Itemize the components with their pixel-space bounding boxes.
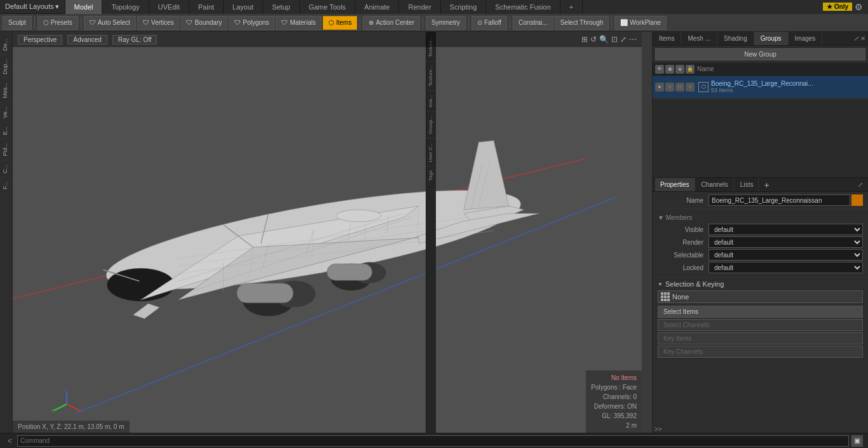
locked-label: Locked [658,264,709,271]
eye-icon[interactable]: 👁 [655,65,664,74]
vertices-button[interactable]: 🛡 Vertices [137,16,180,30]
presets-button[interactable]: ⬡ Presets [37,16,78,30]
name-action-button[interactable] [851,194,863,206]
tab-render[interactable]: Render [399,0,440,14]
render-select[interactable]: default [709,236,863,248]
panel-expand-button[interactable]: >> [653,426,663,433]
constraints-button[interactable]: Constrai... [513,16,553,30]
tab-shading[interactable]: Shading [717,32,754,45]
settings-icon[interactable]: ⚙ [855,2,863,12]
group-tab[interactable]: Group... [426,111,436,138]
cmd-send-button[interactable]: ▣ [851,435,863,447]
ima-tab[interactable]: Ima... [426,90,436,111]
only-badge[interactable]: ★ Only [823,3,852,11]
cmd-left-arrow[interactable]: < [5,437,15,445]
lock-icon[interactable]: 🔒 [686,65,695,74]
sidebar-tab-c[interactable]: C... [0,160,12,177]
action-center-button[interactable]: ⊕ Action Center [363,16,420,30]
tab-setup[interactable]: Setup [263,0,300,14]
viewport-expand-icon[interactable]: ⤢ [620,35,627,44]
viewport-rotate-icon[interactable]: ↺ [590,35,597,44]
separator [611,17,612,29]
tab-layout[interactable]: Layout [224,0,263,14]
prop-tab-lists[interactable]: Lists [735,178,759,191]
boundary-button[interactable]: 🛡 Boundary [180,16,227,30]
key-channels-button[interactable]: Key Channels [658,346,863,358]
visible-row: Visible default [658,224,863,235]
group-eye-icon[interactable]: ● [655,83,664,92]
materials-button[interactable]: 🛡 Materials [276,16,322,30]
select-channels-button[interactable]: Select Channels [658,319,863,331]
user-c-tab[interactable]: User C... [426,138,436,166]
sidebar-tab-e[interactable]: E... [0,122,12,139]
tab-scripting[interactable]: Scripting [441,0,487,14]
tab-gametools[interactable]: Game Tools [300,0,356,14]
sidebar-tab-pol[interactable]: Pol... [0,139,12,160]
sidebar-tab-f[interactable]: F... [0,177,12,193]
render-icon[interactable]: ◉ [665,65,674,74]
tab-topology[interactable]: Topology [102,0,149,14]
tab-images[interactable]: Images [789,32,823,45]
sidebar-tab-ve[interactable]: Ve... [0,102,12,122]
command-input[interactable] [17,435,849,447]
sidebar-tab-dup[interactable]: Dup... [0,55,12,78]
tab-groups[interactable]: Groups [754,32,789,45]
sculpt-button[interactable]: Sculpt [3,16,32,30]
selection-keying-label: Selection & Keying [665,280,724,288]
svg-rect-25 [327,264,372,280]
selection-keying-header[interactable]: ▼ Selection & Keying [658,280,863,288]
texture-tab-2[interactable]: Texture... [426,61,436,90]
tab-items[interactable]: Items [653,32,681,45]
prop-tab-properties[interactable]: Properties [655,178,695,191]
expand-icon[interactable]: ⤢ [854,35,859,42]
perspective-button[interactable]: Perspective [18,35,62,44]
scale-status: 2 m [591,421,637,430]
polygons-icon: 🛡 [234,19,241,26]
tab-paint[interactable]: Paint [189,0,224,14]
viewport-lock-icon[interactable]: ⊞ [581,35,588,44]
tags-tab[interactable]: Tags [426,166,436,185]
name-input[interactable] [709,194,850,206]
group-sel-icon[interactable]: □ [675,83,684,92]
add-prop-tab-button[interactable]: + [760,180,773,190]
polygons-button[interactable]: 🛡 Polygons [229,16,275,30]
close-icon[interactable]: ✕ [860,35,865,42]
group-item[interactable]: ● ○ □ ○ ⬡ Boeing_RC_135_Large_Reconnai..… [653,76,868,98]
prop-tab-channels[interactable]: Channels [696,178,734,191]
tab-add[interactable]: + [560,0,583,14]
select-through-button[interactable]: Select Through [555,16,609,30]
falloff-button[interactable]: ⊙ Falloff [471,16,507,30]
layout-selector[interactable]: Default Layouts ▾ [0,0,65,13]
sidebar-tab-mes[interactable]: Mes... [0,78,12,102]
workplane-button[interactable]: ⬜ WorkPlane [614,16,667,30]
name-label: Name [658,197,709,204]
tab-mesh[interactable]: Mesh ... [681,32,717,45]
visible-select[interactable]: default [709,224,863,235]
viewport-frame-icon[interactable]: ⊡ [611,35,618,44]
tab-animate[interactable]: Animate [355,0,399,14]
svg-text:Z: Z [65,388,68,391]
group-render-icon[interactable]: ○ [665,83,674,92]
viewport-zoom-icon[interactable]: 🔍 [599,35,609,44]
select-items-button[interactable]: Select Items [658,306,863,318]
sel-icon[interactable]: ◈ [675,65,684,74]
sidebar-tab-de[interactable]: De... [0,34,12,55]
tab-model[interactable]: Model [65,0,103,14]
symmetry-button[interactable]: Symmetry [426,16,466,30]
separator [360,17,360,29]
selectable-select[interactable]: default [709,249,863,261]
viewport[interactable]: Perspective Advanced Ray GL: Off ⊞ ↺ 🔍 ⊡… [13,32,642,433]
group-lock-icon[interactable]: ○ [686,83,695,92]
viewport-more-icon[interactable]: ⋯ [629,35,637,44]
none-selector[interactable]: None [658,290,863,303]
advanced-button[interactable]: Advanced [67,35,107,44]
locked-select[interactable]: default [709,262,863,273]
auto-select-button[interactable]: 🛡 Auto Select [84,16,136,30]
tab-schematic[interactable]: Schematic Fusion [486,0,560,14]
ray-gl-button[interactable]: Ray GL: Off [112,35,158,44]
new-group-button[interactable]: New Group [655,48,865,60]
tab-uvedit[interactable]: UVEdit [149,0,189,14]
prop-expand-icon[interactable]: ⤢ [858,181,863,188]
key-items-button[interactable]: Key Items [658,332,863,344]
items-button[interactable]: ⬡ Items [323,16,357,30]
